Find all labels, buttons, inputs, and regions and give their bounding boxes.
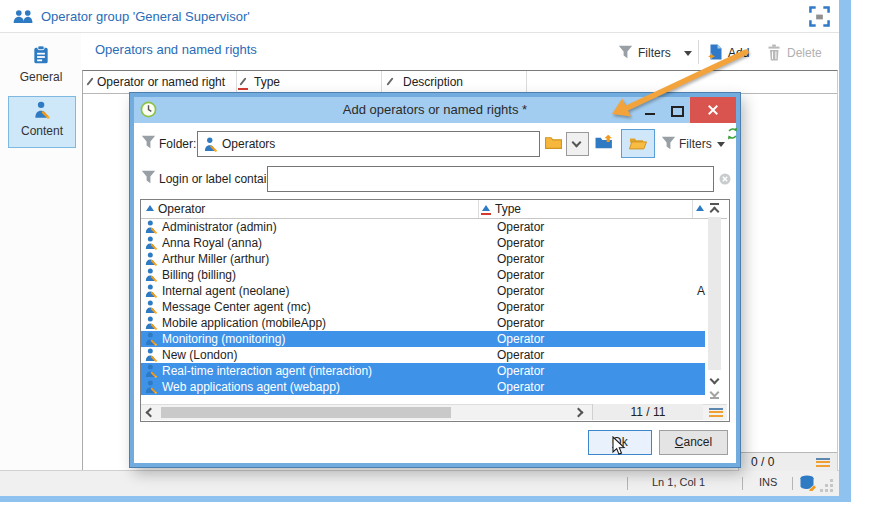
operator-type: Operator: [497, 267, 544, 283]
sort-icon: [86, 77, 93, 85]
operator-name: Internal agent (neolane): [162, 283, 289, 299]
status-separator: [742, 477, 743, 490]
operator-name: Anna Royal (anna): [162, 235, 262, 251]
sort-active-underline: [481, 213, 491, 215]
scrollbar-track[interactable]: [708, 217, 721, 370]
hscrollbar-track[interactable]: [159, 407, 571, 418]
list-item[interactable]: Message Center agent (mc) Operator: [141, 299, 705, 315]
sort-active-underline: [238, 88, 248, 90]
operator-name: Mobile application (mobileApp): [162, 315, 326, 331]
operator-type: Operator: [497, 283, 544, 299]
sort-asc-icon: [696, 205, 704, 211]
list-config-icon[interactable]: [709, 406, 723, 417]
chevron-down-icon[interactable]: [717, 142, 725, 147]
cancel-button[interactable]: Cancel: [659, 430, 728, 455]
resize-grip[interactable]: [830, 479, 833, 482]
cancel-label: Cancel: [660, 431, 727, 454]
sidebar-item-general[interactable]: General: [8, 42, 74, 92]
list-item[interactable]: Billing (billing) Operator: [141, 267, 705, 283]
sidebar-item-label: Content: [9, 124, 75, 138]
dialog-filters-button[interactable]: Filters: [679, 137, 712, 151]
list-item[interactable]: New (London) Operator: [141, 347, 705, 363]
list-header: Operator Type: [141, 200, 727, 219]
operator-icon: [144, 316, 158, 330]
operator-type: Operator: [497, 347, 544, 363]
row-count: 0 / 0: [751, 455, 774, 469]
sidebar-item-label: General: [8, 70, 74, 84]
column-separator: [236, 71, 237, 93]
column-separator: [526, 71, 527, 93]
search-input[interactable]: [267, 166, 714, 192]
operator-type: Operator: [497, 219, 544, 235]
window-titlebar: Operator group 'General Supervisor': [0, 0, 839, 33]
operator-icon: [203, 137, 218, 152]
operator-icon: [144, 268, 158, 282]
delete-button[interactable]: Delete: [787, 46, 822, 60]
list-item-selected[interactable]: Real-time interaction agent (interaction…: [141, 363, 705, 379]
database-icon[interactable]: [799, 475, 817, 491]
refresh-icon[interactable]: [726, 127, 739, 140]
operator-name: Monitoring (monitoring): [162, 331, 285, 347]
column-header-type[interactable]: Type: [254, 75, 280, 89]
scroll-left-button[interactable]: [143, 408, 157, 418]
operator-name: Message Center agent (mc): [162, 299, 311, 315]
list-column-operator[interactable]: Operator: [158, 202, 205, 216]
operator-name: Arthur Miller (arthur): [162, 251, 269, 267]
scroll-right-button[interactable]: [573, 408, 587, 418]
operator-icon: [144, 380, 158, 394]
list-item[interactable]: Administrator (admin) Operator: [141, 219, 705, 235]
sidebar-item-content[interactable]: Content: [8, 96, 76, 148]
status-bar: Ln 1, Col 1 INS: [0, 470, 839, 496]
search-label: Login or label contains:: [159, 172, 282, 186]
expand-icon[interactable]: [809, 6, 830, 27]
view-folder-button[interactable]: [621, 129, 655, 158]
list-column-type[interactable]: Type: [495, 202, 521, 216]
sort-asc-icon: [482, 205, 490, 211]
list-item[interactable]: Mobile application (mobileApp) Operator: [141, 315, 705, 331]
clear-icon[interactable]: [719, 173, 731, 185]
operator-name: Administrator (admin): [162, 219, 277, 235]
folder-label: Folder:: [159, 137, 196, 151]
operator-icon: [144, 220, 158, 234]
operator-group-icon: [12, 9, 35, 24]
operator-type: Operator: [497, 315, 544, 331]
folder-value: Operators: [222, 137, 275, 151]
sort-icon: [386, 77, 393, 85]
folder-dropdown-button[interactable]: [566, 132, 589, 156]
list-item[interactable]: Internal agent (neolane) Operator A: [141, 283, 705, 299]
scroll-down-button[interactable]: [706, 372, 724, 388]
sidebar: General Content: [0, 33, 81, 470]
list-config-icon[interactable]: [816, 456, 830, 467]
status-separator: [627, 477, 628, 490]
operator-name: Billing (billing): [162, 267, 236, 283]
list-item[interactable]: Anna Royal (anna) Operator: [141, 235, 705, 251]
table-count-block: 0 / 0: [738, 452, 837, 471]
operator-type: Operator: [497, 235, 544, 251]
trash-icon: [766, 44, 782, 61]
hscrollbar-thumb[interactable]: [161, 407, 451, 418]
operator-icon: [144, 348, 158, 362]
screenshot-root: { "colors": { "accent_blue": "#2e7bc4", …: [0, 0, 869, 526]
scroll-top-button[interactable]: [706, 200, 724, 216]
column-header-operator[interactable]: Operator or named right: [97, 75, 225, 89]
sort-asc-icon: [146, 205, 154, 211]
scrollbar-thumb[interactable]: [708, 217, 721, 370]
list-bottom-bar: 11 / 11: [141, 404, 727, 420]
folder-up-icon[interactable]: [595, 133, 614, 150]
vertical-scrollbar[interactable]: [706, 200, 724, 403]
operator-type: Operator: [497, 363, 544, 379]
list-item-selected[interactable]: Web applications agent (webapp) Operator: [141, 379, 705, 395]
mouse-cursor: [612, 436, 626, 457]
list-item[interactable]: Arthur Miller (arthur) Operator: [141, 251, 705, 267]
list-item-selected[interactable]: Monitoring (monitoring) Operator: [141, 331, 705, 347]
folder-icon[interactable]: [545, 136, 562, 149]
filter-icon: [141, 170, 156, 184]
operator-icon: [144, 252, 158, 266]
clipboard-icon: [31, 45, 51, 65]
operator-icon: [33, 101, 51, 119]
operator-name: New (London): [162, 347, 237, 363]
folder-input[interactable]: Operators: [197, 131, 540, 157]
scroll-end-button[interactable]: [706, 388, 724, 403]
column-header-description[interactable]: Description: [403, 75, 463, 89]
insert-mode: INS: [759, 476, 777, 488]
